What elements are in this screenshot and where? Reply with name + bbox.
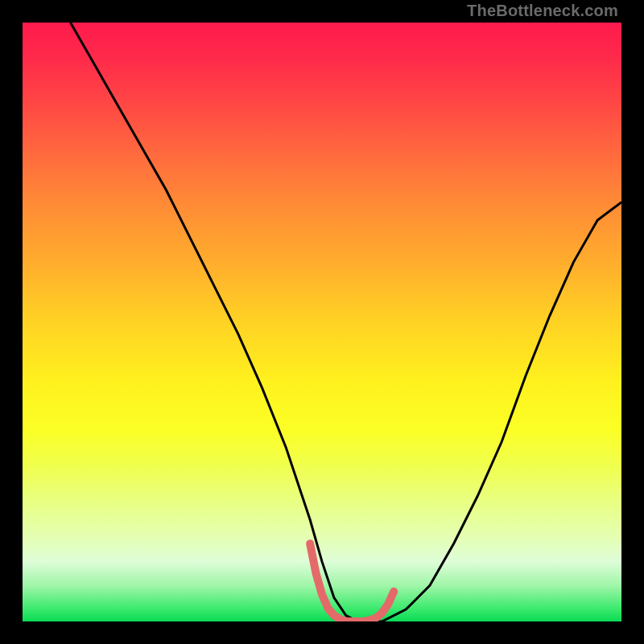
series-curve bbox=[71, 23, 621, 621]
chart-frame: TheBottleneck.com bbox=[0, 0, 644, 644]
series-flat-highlight bbox=[310, 543, 394, 621]
series-group bbox=[71, 23, 621, 621]
plot-area bbox=[23, 23, 621, 621]
chart-svg bbox=[23, 23, 621, 621]
watermark-text: TheBottleneck.com bbox=[467, 2, 618, 20]
